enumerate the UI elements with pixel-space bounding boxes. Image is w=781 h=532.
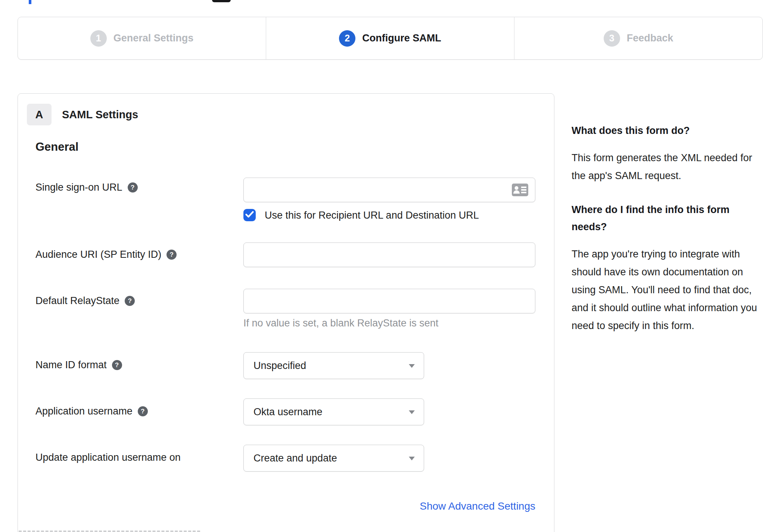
relay-state-label-text: Default RelayState <box>35 295 119 307</box>
saml-settings-panel: A SAML Settings General Single sign-on U… <box>18 93 554 532</box>
relay-state-label: Default RelayState ? <box>35 295 135 307</box>
audience-uri-label-text: Audience URI (SP Entity ID) <box>35 249 161 260</box>
step-number-badge: 3 <box>604 30 620 47</box>
help-icon[interactable]: ? <box>167 250 177 260</box>
name-id-format-select[interactable]: Unspecified <box>243 352 424 379</box>
configure-saml-page: 1 General Settings 2 Configure SAML 3 Fe… <box>0 0 781 532</box>
step-label: Feedback <box>627 32 673 44</box>
relay-state-hint: If no value is set, a blank RelayState i… <box>243 317 438 329</box>
application-username-label: Application username ? <box>35 406 148 417</box>
dropdown-caret-icon <box>409 364 415 368</box>
group-title-general: General <box>35 140 78 154</box>
help-icon[interactable]: ? <box>112 360 122 370</box>
section-a-badge: A <box>27 104 52 125</box>
relay-state-input[interactable] <box>243 289 535 313</box>
step-label: General Settings <box>113 32 194 44</box>
update-username-label-text: Update application username on <box>35 452 181 463</box>
dropdown-caret-icon <box>409 457 415 460</box>
sso-url-label-text: Single sign-on URL <box>35 182 122 193</box>
step-general-settings[interactable]: 1 General Settings <box>18 17 266 59</box>
sidebar-question-2-title: Where do I find the info this form needs… <box>572 201 758 235</box>
show-advanced-settings-link[interactable]: Show Advanced Settings <box>420 500 535 512</box>
name-id-format-label-text: Name ID format <box>35 359 107 371</box>
step-label: Configure SAML <box>362 32 441 44</box>
audience-uri-input[interactable] <box>243 242 535 267</box>
section-divider-dashed <box>19 531 200 532</box>
help-icon[interactable]: ? <box>125 296 135 306</box>
update-username-value: Create and update <box>253 453 337 464</box>
recipient-url-checkbox-label: Use this for Recipient URL and Destinati… <box>265 210 479 221</box>
name-id-format-label: Name ID format ? <box>35 359 122 371</box>
update-username-select[interactable]: Create and update <box>243 445 424 472</box>
help-sidebar: What does this form do? This form genera… <box>572 122 758 335</box>
help-icon[interactable]: ? <box>138 406 148 416</box>
checkmark-icon <box>245 211 254 219</box>
audience-uri-label: Audience URI (SP Entity ID) ? <box>35 249 177 260</box>
help-icon[interactable]: ? <box>128 182 138 193</box>
step-number-badge: 2 <box>339 30 355 47</box>
section-title: SAML Settings <box>62 104 138 125</box>
update-username-label: Update application username on <box>35 452 181 463</box>
sidebar-question-1-title: What does this form do? <box>572 122 758 139</box>
application-username-value: Okta username <box>253 406 323 418</box>
sso-url-label: Single sign-on URL ? <box>35 182 138 193</box>
step-configure-saml[interactable]: 2 Configure SAML <box>266 17 514 59</box>
step-number-badge: 1 <box>90 30 107 47</box>
name-id-format-value: Unspecified <box>253 360 306 372</box>
sidebar-question-2-body: The app you're trying to integrate with … <box>572 245 758 335</box>
application-username-select[interactable]: Okta username <box>243 398 424 425</box>
sso-url-input[interactable] <box>243 178 535 202</box>
sidebar-question-1-body: This form generates the XML needed for t… <box>572 149 758 185</box>
clipped-header-fragment-dark <box>212 0 231 2</box>
recipient-url-checkbox[interactable] <box>243 209 256 221</box>
dropdown-caret-icon <box>409 410 415 414</box>
application-username-label-text: Application username <box>35 406 133 417</box>
wizard-stepper: 1 General Settings 2 Configure SAML 3 Fe… <box>18 17 763 60</box>
clipped-header-fragment-blue <box>29 0 31 4</box>
contact-card-icon[interactable] <box>511 183 529 198</box>
step-feedback[interactable]: 3 Feedback <box>514 17 762 59</box>
